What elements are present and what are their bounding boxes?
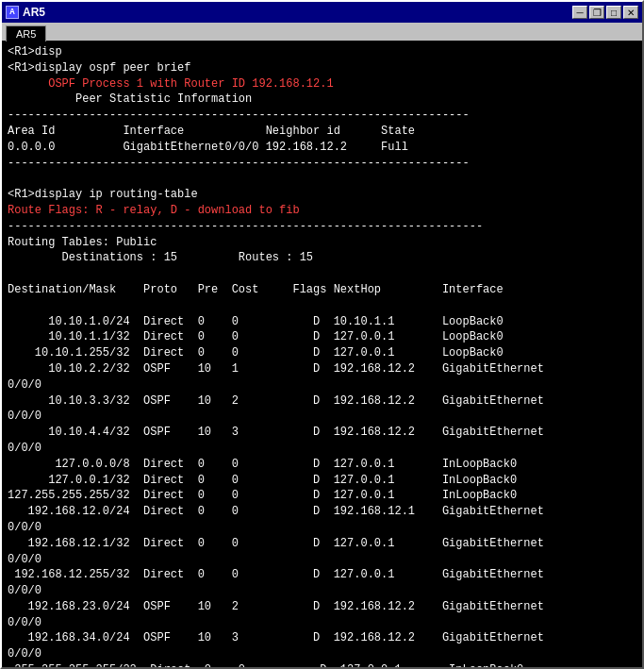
title-bar: A AR5 ─ ❐ □ ✕ — [2, 2, 642, 23]
app-icon: A — [6, 6, 19, 19]
terminal-output[interactable]: <R1>disp <R1>display ospf peer brief OSP… — [2, 41, 642, 667]
maximize-button[interactable]: □ — [606, 6, 621, 19]
tab-ar5[interactable]: AR5 — [6, 25, 46, 42]
close-button[interactable]: ✕ — [623, 6, 638, 19]
restore-button[interactable]: ❐ — [589, 6, 604, 19]
title-bar-left: A AR5 — [6, 6, 45, 19]
main-window: A AR5 ─ ❐ □ ✕ AR5 <R1>disp <R1>display o… — [0, 0, 644, 669]
minimize-button[interactable]: ─ — [572, 6, 587, 19]
tab-bar: AR5 — [2, 23, 642, 41]
window-title: AR5 — [23, 6, 45, 19]
title-buttons: ─ ❐ □ ✕ — [572, 6, 638, 19]
